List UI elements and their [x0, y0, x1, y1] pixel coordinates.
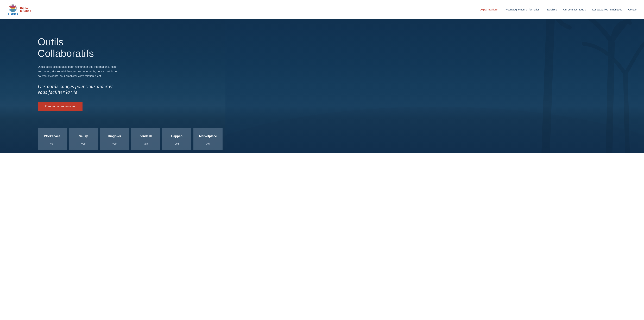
- nav-item-digital-intuition[interactable]: Digital Intuition: [480, 8, 498, 11]
- tool-card-name: Sellsy: [79, 134, 88, 138]
- hero-content: Outils Collaboratifs Quels outils collab…: [0, 19, 120, 111]
- hero-description: Quels outils collaboratifs pour, recherc…: [38, 65, 120, 79]
- tool-card-voir: Voir: [50, 142, 54, 145]
- tool-card-workspace[interactable]: Workspace Voir: [38, 128, 67, 150]
- logo-line1: Digital: [20, 7, 31, 10]
- header: Digital Intuition Digital Intuition Acco…: [0, 0, 644, 19]
- main-nav: Digital Intuition Accompagnement et form…: [480, 8, 637, 11]
- hero-section: Outils Collaboratifs Quels outils collab…: [0, 19, 644, 153]
- tool-card-sellsy[interactable]: Sellsy Voir: [69, 128, 98, 150]
- tool-card-name: Ringover: [108, 134, 121, 138]
- tool-card-name: Marketplace: [199, 134, 217, 138]
- hero-title: Outils Collaboratifs: [38, 36, 120, 59]
- nav-item-actualites[interactable]: Les actualités numériques: [592, 8, 622, 11]
- tools-section: Workspace Voir Sellsy Voir Ringover Voir…: [0, 118, 644, 150]
- logo-line2: Intuition: [20, 10, 31, 12]
- tool-card-voir: Voir: [112, 142, 117, 145]
- tool-card-ringover[interactable]: Ringover Voir: [100, 128, 129, 150]
- logo-icon: [7, 4, 19, 16]
- tool-card-name: Workspace: [44, 134, 60, 138]
- tool-card-voir: Voir: [206, 142, 210, 145]
- tool-card-zendesk[interactable]: Zendesk Voir: [131, 128, 160, 150]
- tool-card-name: Happeo: [171, 134, 182, 138]
- tool-card-voir: Voir: [81, 142, 86, 145]
- cta-rendez-vous-button[interactable]: Prendre un rendez-vous: [38, 102, 82, 111]
- logo-text: Digital Intuition: [20, 7, 31, 13]
- tool-card-voir: Voir: [174, 142, 179, 145]
- tool-card-voir: Voir: [144, 142, 148, 145]
- tool-card-marketplace[interactable]: Marketplace Voir: [194, 128, 222, 150]
- logo[interactable]: Digital Intuition: [7, 4, 31, 16]
- nav-item-accompagnement[interactable]: Accompagnement et formation: [505, 8, 540, 11]
- nav-item-contact[interactable]: Contact: [628, 8, 637, 11]
- tool-card-happeo[interactable]: Happeo Voir: [162, 128, 192, 150]
- nav-item-franchise[interactable]: Franchise: [546, 8, 557, 11]
- hero-tagline: Des outils conçus pour vous aider et vou…: [38, 83, 120, 95]
- tool-card-name: Zendesk: [139, 134, 152, 138]
- nav-item-qui-sommes-nous[interactable]: Qui sommes-nous ?: [563, 8, 586, 11]
